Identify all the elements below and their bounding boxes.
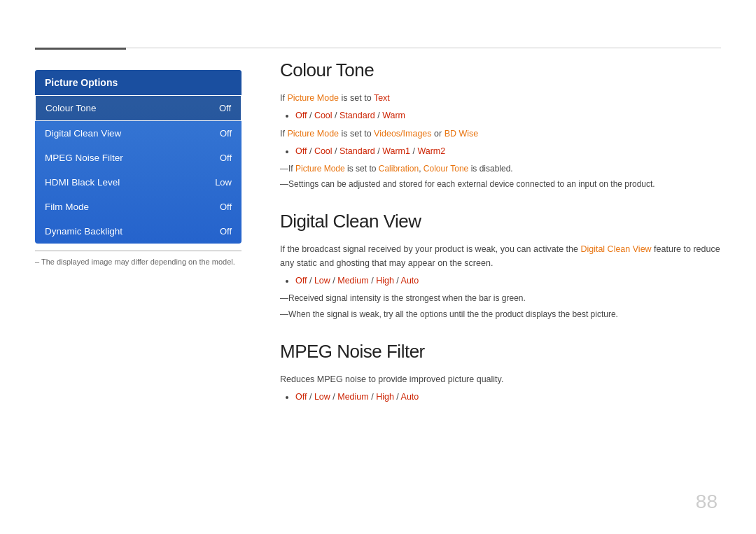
- text-part: /: [307, 146, 314, 156]
- text-part: Standard: [340, 146, 375, 156]
- text-part: Warm2: [417, 146, 445, 156]
- text-part: /: [307, 392, 314, 402]
- menu-title: Picture Options: [35, 70, 241, 95]
- text-part: Reduces MPEG noise to provide improved p…: [280, 374, 503, 384]
- text-part: /: [307, 111, 314, 120]
- right-panel: Colour ToneIf Picture Mode is set to Tex…: [280, 59, 721, 423]
- text-part: Off: [295, 111, 307, 120]
- menu-item-label: Dynamic Backlight: [45, 226, 122, 237]
- top-line: [35, 48, 721, 48]
- menu-item-digital-clean-view[interactable]: Digital Clean ViewOff: [35, 121, 241, 146]
- menu-item-dynamic-backlight[interactable]: Dynamic BacklightOff: [35, 219, 241, 244]
- note-line-1-2: Received signal intensity is the stronge…: [280, 292, 721, 305]
- text-part: /: [369, 276, 376, 286]
- text-part: Auto: [401, 392, 419, 402]
- menu-item-value: Off: [220, 226, 232, 237]
- bullet-list-0-3: Off / Cool / Standard / Warm1 / Warm2: [280, 144, 721, 158]
- text-part: High: [376, 392, 394, 402]
- menu-item-value: Off: [220, 128, 232, 139]
- text-part: /: [410, 146, 417, 156]
- left-panel: Picture Options Colour ToneOffDigital Cl…: [35, 70, 241, 244]
- section-text-0-0: If Picture Mode is set to Text: [280, 91, 721, 105]
- note-line-0-5: Settings can be adjusted and stored for …: [280, 178, 721, 191]
- text-part: /: [375, 111, 382, 120]
- text-part: Calibration: [379, 164, 419, 174]
- text-part: If: [280, 93, 287, 103]
- note-line-1-3: When the signal is weak, try all the opt…: [280, 308, 721, 321]
- text-part: Standard: [340, 111, 375, 120]
- text-part: /: [332, 111, 340, 120]
- menu-box: Picture Options Colour ToneOffDigital Cl…: [35, 70, 241, 244]
- text-part: If: [280, 129, 287, 139]
- left-divider: [35, 251, 241, 251]
- text-part: Low: [314, 276, 330, 286]
- text-part: /: [330, 276, 337, 286]
- text-part: Off: [295, 276, 307, 286]
- section-text-2-0: Reduces MPEG noise to provide improved p…: [280, 372, 721, 386]
- menu-item-value: Off: [220, 153, 232, 163]
- bullet-item: Off / Low / Medium / High / Auto: [295, 274, 721, 288]
- text-part: Warm: [382, 111, 405, 120]
- menu-item-colour-tone[interactable]: Colour ToneOff: [35, 95, 241, 121]
- text-part: If: [288, 164, 295, 174]
- text-part: If the broadcast signal received by your…: [280, 244, 580, 254]
- menu-item-value: Low: [215, 177, 232, 188]
- section-colour-tone: Colour ToneIf Picture Mode is set to Tex…: [280, 59, 721, 191]
- text-part: /: [369, 392, 376, 402]
- text-part: Warm1: [382, 146, 410, 156]
- menu-item-label: Digital Clean View: [45, 128, 121, 139]
- text-part: Colour Tone: [424, 164, 469, 174]
- text-part: BD Wise: [444, 129, 479, 139]
- text-part: Videos/Images: [374, 129, 431, 139]
- text-part: Medium: [337, 276, 368, 286]
- text-part: or: [432, 129, 444, 139]
- text-part: Auto: [401, 276, 419, 286]
- menu-item-hdmi-black-level[interactable]: HDMI Black LevelLow: [35, 170, 241, 195]
- text-part: ,: [419, 164, 424, 174]
- page-number: 88: [696, 491, 718, 513]
- section-text-1-0: If the broadcast signal received by your…: [280, 242, 721, 270]
- text-part: /: [394, 276, 401, 286]
- text-part: Off: [295, 392, 307, 402]
- text-part: /: [394, 392, 401, 402]
- text-part: Off: [295, 146, 307, 156]
- text-part: /: [375, 146, 382, 156]
- text-part: /: [307, 276, 314, 286]
- menu-items-list: Colour ToneOffDigital Clean ViewOffMPEG …: [35, 95, 241, 244]
- menu-item-film-mode[interactable]: Film ModeOff: [35, 195, 241, 219]
- menu-item-label: HDMI Black Level: [45, 177, 120, 188]
- bullet-item: Off / Cool / Standard / Warm: [295, 108, 721, 122]
- section-title-colour-tone: Colour Tone: [280, 59, 721, 81]
- text-part: is set to: [345, 164, 379, 174]
- footnote: – The displayed image may differ dependi…: [35, 258, 241, 266]
- bullet-item: Off / Low / Medium / High / Auto: [295, 390, 721, 404]
- text-part: Picture Mode: [287, 93, 339, 103]
- bullet-list-2-1: Off / Low / Medium / High / Auto: [280, 390, 721, 404]
- bullet-list-1-1: Off / Low / Medium / High / Auto: [280, 274, 721, 288]
- menu-item-label: MPEG Noise Filter: [45, 153, 123, 163]
- text-part: Low: [314, 392, 330, 402]
- text-part: is set to: [339, 129, 374, 139]
- menu-item-value: Off: [220, 202, 232, 212]
- section-mpeg-noise-filter: MPEG Noise FilterReduces MPEG noise to p…: [280, 341, 721, 404]
- section-text-0-2: If Picture Mode is set to Videos/Images …: [280, 127, 721, 141]
- menu-item-label: Film Mode: [45, 202, 89, 212]
- text-part: is disabled.: [468, 164, 512, 174]
- section-digital-clean-view: Digital Clean ViewIf the broadcast signa…: [280, 211, 721, 321]
- sections-container: Colour ToneIf Picture Mode is set to Tex…: [280, 59, 721, 404]
- top-line-accent: [35, 48, 126, 50]
- note-line-0-4: If Picture Mode is set to Calibration, C…: [280, 162, 721, 176]
- section-title-mpeg-noise-filter: MPEG Noise Filter: [280, 341, 721, 363]
- bullet-list-0-1: Off / Cool / Standard / Warm: [280, 108, 721, 122]
- text-part: Cool: [314, 111, 332, 120]
- text-part: Picture Mode: [287, 129, 339, 139]
- text-part: High: [376, 276, 394, 286]
- text-part: Cool: [314, 146, 332, 156]
- bullet-item: Off / Cool / Standard / Warm1 / Warm2: [295, 144, 721, 158]
- text-part: is set to: [339, 93, 374, 103]
- text-part: /: [330, 392, 337, 402]
- menu-item-value: Off: [219, 103, 231, 113]
- text-part: /: [332, 146, 340, 156]
- menu-item-label: Colour Tone: [46, 103, 97, 113]
- menu-item-mpeg-noise-filter[interactable]: MPEG Noise FilterOff: [35, 146, 241, 170]
